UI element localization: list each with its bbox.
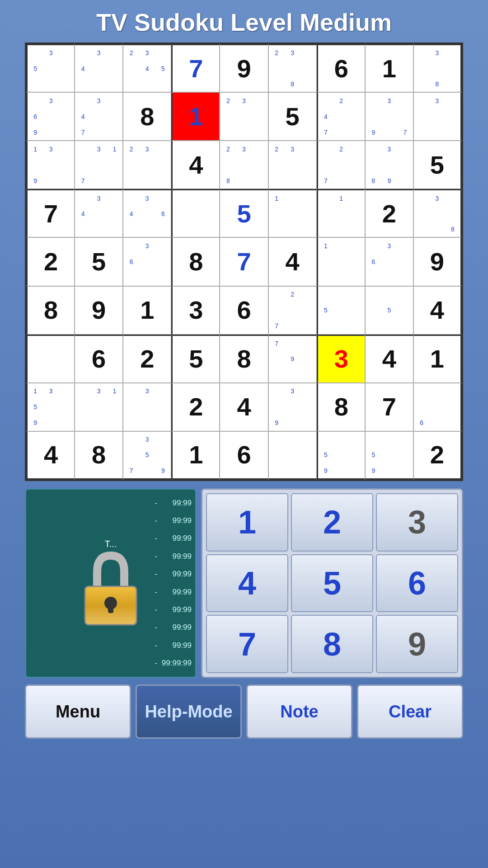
cell-2-5[interactable]: 23 [268, 141, 317, 189]
cell-8-3[interactable]: 1 [171, 431, 220, 480]
cell-5-3[interactable]: 3 [171, 286, 220, 335]
cell-1-4[interactable]: 23 [220, 92, 268, 141]
clear-button[interactable]: Clear [357, 684, 463, 739]
cell-8-2[interactable]: 3579 [123, 431, 171, 480]
cell-8-7[interactable]: 59 [365, 431, 413, 480]
cell-6-3[interactable]: 5 [171, 335, 220, 383]
cell-2-7[interactable]: 389 [365, 141, 413, 189]
cell-8-0[interactable]: 4 [26, 431, 75, 480]
cell-4-1[interactable]: 5 [75, 237, 123, 286]
cell-5-6[interactable]: 5 [317, 286, 365, 335]
num-btn-1[interactable]: 1 [206, 493, 288, 552]
cell-5-2[interactable]: 1 [123, 286, 171, 335]
note-button[interactable]: Note [246, 684, 352, 739]
cell-1-6[interactable]: 247 [317, 92, 365, 141]
note-7-2-0 [123, 383, 139, 399]
cell-7-4[interactable]: 4 [220, 383, 268, 431]
cell-2-0[interactable]: 139 [26, 141, 75, 189]
cell-3-2[interactable]: 346 [123, 189, 171, 237]
cell-0-1[interactable]: 34 [75, 44, 123, 92]
cell-4-4[interactable]: 7 [220, 237, 268, 286]
cell-2-4[interactable]: 238 [220, 141, 268, 189]
cell-1-2[interactable]: 8 [123, 92, 171, 141]
cell-6-1[interactable]: 6 [75, 335, 123, 383]
cell-4-7[interactable]: 36 [365, 237, 413, 286]
num-btn-8[interactable]: 8 [291, 615, 373, 673]
cell-0-0[interactable]: 35 [26, 44, 75, 92]
cell-7-7[interactable]: 7 [365, 383, 413, 431]
cell-7-3[interactable]: 2 [171, 383, 220, 431]
cell-3-1[interactable]: 34 [75, 189, 123, 237]
cell-5-7[interactable]: 5 [365, 286, 413, 335]
cell-3-4[interactable]: 5 [220, 189, 268, 237]
cell-3-3[interactable] [171, 189, 220, 237]
cell-6-4[interactable]: 8 [220, 335, 268, 383]
cell-0-4[interactable]: 9 [220, 44, 268, 92]
cell-5-4[interactable]: 6 [220, 286, 268, 335]
cell-6-6[interactable]: 3 [317, 335, 365, 383]
cell-3-8[interactable]: 38 [413, 189, 462, 237]
cell-7-6[interactable]: 8 [317, 383, 365, 431]
num-btn-6[interactable]: 6 [376, 554, 458, 613]
note-6-5-8 [300, 367, 316, 382]
help-mode-button[interactable]: Help-Mode [136, 684, 242, 739]
cell-5-8[interactable]: 4 [413, 286, 462, 335]
menu-button[interactable]: Menu [25, 684, 131, 739]
cell-4-5[interactable]: 4 [268, 237, 317, 286]
cell-6-7[interactable]: 4 [365, 335, 413, 383]
cell-3-6[interactable]: 1 [317, 189, 365, 237]
cell-1-7[interactable]: 397 [365, 92, 413, 141]
num-btn-7[interactable]: 7 [206, 615, 288, 673]
cell-0-6[interactable]: 6 [317, 44, 365, 92]
cell-4-0[interactable]: 2 [26, 237, 75, 286]
cell-3-5[interactable]: 1 [268, 189, 317, 237]
cell-0-5[interactable]: 238 [268, 44, 317, 92]
cell-4-6[interactable]: 1 [317, 237, 365, 286]
cell-4-8[interactable]: 9 [413, 237, 462, 286]
cell-7-8[interactable]: 6 [413, 383, 462, 431]
cell-5-1[interactable]: 9 [75, 286, 123, 335]
cell-1-5[interactable]: 5 [268, 92, 317, 141]
note-0-0-7 [43, 76, 58, 92]
cell-6-2[interactable]: 2 [123, 335, 171, 383]
cell-7-2[interactable]: 3 [123, 383, 171, 431]
cell-3-7[interactable]: 2 [365, 189, 413, 237]
cell-4-2[interactable]: 36 [123, 237, 171, 286]
cell-6-0[interactable] [26, 335, 75, 383]
cell-8-8[interactable]: 2 [413, 431, 462, 480]
cell-7-0[interactable]: 1359 [26, 383, 75, 431]
cell-1-8[interactable]: 3 [413, 92, 462, 141]
cell-2-6[interactable]: 27 [317, 141, 365, 189]
cell-2-8[interactable]: 5 [413, 141, 462, 189]
cell-0-2[interactable]: 2345 [123, 44, 171, 92]
cell-1-3[interactable]: 1 [171, 92, 220, 141]
cell-3-0[interactable]: 7 [26, 189, 75, 237]
num-btn-4[interactable]: 4 [206, 554, 288, 613]
cell-8-6[interactable]: 59 [317, 431, 365, 480]
num-btn-2[interactable]: 2 [291, 493, 373, 552]
num-btn-9[interactable]: 9 [376, 615, 458, 673]
cell-7-5[interactable]: 39 [268, 383, 317, 431]
cell-6-8[interactable]: 1 [413, 335, 462, 383]
cell-2-1[interactable]: 317 [75, 141, 123, 189]
cell-4-3[interactable]: 8 [171, 237, 220, 286]
cell-8-1[interactable]: 8 [75, 431, 123, 480]
num-btn-3[interactable]: 3 [376, 493, 458, 552]
cell-1-0[interactable]: 369 [26, 92, 75, 141]
cell-6-5[interactable]: 79 [268, 335, 317, 383]
cell-0-3[interactable]: 7 [171, 44, 220, 92]
cell-8-4[interactable]: 6 [220, 431, 268, 480]
note-1-8-1: 3 [429, 93, 445, 108]
num-btn-5[interactable]: 5 [291, 554, 373, 613]
cell-5-5[interactable]: 27 [268, 286, 317, 335]
cell-2-3[interactable]: 4 [171, 141, 220, 189]
cell-7-1[interactable]: 31 [75, 383, 123, 431]
cell-0-7[interactable]: 1 [365, 44, 413, 92]
note-4-6-1 [333, 238, 349, 254]
cell-2-2[interactable]: 23 [123, 141, 171, 189]
cell-8-5[interactable] [268, 431, 317, 480]
cell-0-8[interactable]: 38 [413, 44, 462, 92]
cell-5-0[interactable]: 8 [26, 286, 75, 335]
cell-1-1[interactable]: 347 [75, 92, 123, 141]
note-1-7-1: 3 [381, 93, 397, 108]
